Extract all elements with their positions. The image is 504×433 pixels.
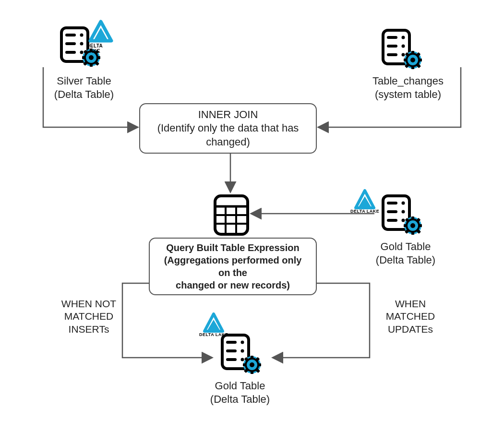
delta-lake-text: DELTA LAKE <box>86 43 103 54</box>
query-expression-box: Query Built Table Expression (Aggregatio… <box>149 238 317 295</box>
svg-point-62 <box>241 341 244 344</box>
when-matched-label: WHEN MATCHED UPDATEs <box>379 298 442 336</box>
gold-table-sink-node: DELTA LAKE <box>218 331 264 379</box>
svg-rect-19 <box>387 36 397 39</box>
svg-rect-45 <box>387 210 397 213</box>
svg-rect-65 <box>226 358 237 361</box>
gold-table-source-node: DELTA LAKE <box>379 192 425 240</box>
svg-point-64 <box>241 349 244 353</box>
svg-point-20 <box>402 36 405 39</box>
svg-point-35 <box>410 58 415 62</box>
silver-table-label: Silver Table (Delta Table) <box>46 74 122 101</box>
database-gear-icon <box>218 331 264 377</box>
svg-rect-47 <box>387 219 397 222</box>
svg-rect-61 <box>226 341 237 344</box>
svg-point-48 <box>402 219 405 222</box>
svg-point-59 <box>410 223 415 228</box>
svg-rect-21 <box>387 45 397 48</box>
svg-point-66 <box>241 358 244 361</box>
svg-rect-63 <box>226 349 237 352</box>
svg-point-77 <box>250 362 254 367</box>
svg-point-24 <box>402 53 405 57</box>
inner-join-box: INNER JOIN (Identify only the data that … <box>139 103 317 154</box>
silver-table-node: DELTA LAKE <box>58 24 103 72</box>
svg-rect-5 <box>65 51 76 54</box>
when-not-matched-label: WHEN NOT MATCHED INSERTs <box>55 298 122 336</box>
svg-point-17 <box>89 55 94 60</box>
table-changes-node <box>379 26 425 74</box>
svg-rect-43 <box>387 202 397 204</box>
svg-point-46 <box>402 210 405 214</box>
database-gear-icon <box>379 26 425 72</box>
svg-rect-23 <box>387 53 397 56</box>
svg-point-6 <box>80 51 84 54</box>
svg-point-4 <box>80 42 84 46</box>
database-gear-icon <box>379 192 425 238</box>
gold-table-source-label: Gold Table (Delta Table) <box>370 240 442 266</box>
svg-rect-1 <box>65 34 76 36</box>
svg-point-2 <box>80 34 84 37</box>
table-changes-label: Table_changes (system table) <box>365 74 451 101</box>
delta-lake-text: DELTA LAKE <box>199 332 228 337</box>
delta-lake-text: DELTA LAKE <box>350 209 379 214</box>
svg-rect-3 <box>65 42 76 45</box>
result-table-icon <box>211 192 252 240</box>
svg-point-44 <box>402 202 405 205</box>
svg-point-22 <box>402 45 405 48</box>
gold-table-sink-label: Gold Table (Delta Table) <box>202 379 278 406</box>
